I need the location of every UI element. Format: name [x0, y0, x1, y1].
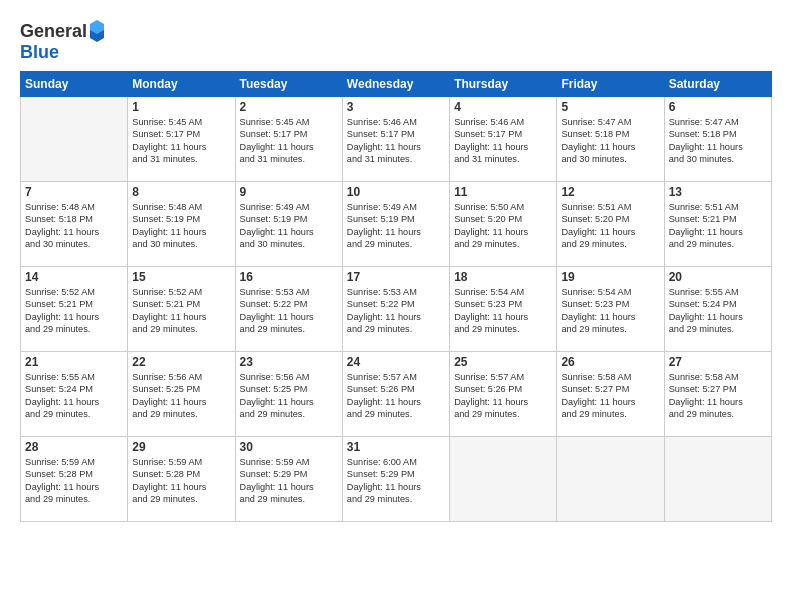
- day-number: 30: [240, 440, 338, 454]
- day-number: 7: [25, 185, 123, 199]
- day-info: Sunrise: 5:58 AMSunset: 5:27 PMDaylight:…: [561, 371, 659, 421]
- day-info: Sunrise: 5:57 AMSunset: 5:26 PMDaylight:…: [454, 371, 552, 421]
- calendar-cell: [664, 437, 771, 522]
- day-info: Sunrise: 5:56 AMSunset: 5:25 PMDaylight:…: [132, 371, 230, 421]
- calendar-week-4: 21Sunrise: 5:55 AMSunset: 5:24 PMDayligh…: [21, 352, 772, 437]
- calendar-cell: 9Sunrise: 5:49 AMSunset: 5:19 PMDaylight…: [235, 182, 342, 267]
- day-number: 14: [25, 270, 123, 284]
- weekday-header-wednesday: Wednesday: [342, 72, 449, 97]
- calendar-cell: [450, 437, 557, 522]
- day-info: Sunrise: 5:53 AMSunset: 5:22 PMDaylight:…: [347, 286, 445, 336]
- day-info: Sunrise: 5:59 AMSunset: 5:29 PMDaylight:…: [240, 456, 338, 506]
- day-number: 3: [347, 100, 445, 114]
- calendar-cell: 23Sunrise: 5:56 AMSunset: 5:25 PMDayligh…: [235, 352, 342, 437]
- calendar-cell: 12Sunrise: 5:51 AMSunset: 5:20 PMDayligh…: [557, 182, 664, 267]
- day-info: Sunrise: 5:45 AMSunset: 5:17 PMDaylight:…: [132, 116, 230, 166]
- calendar-cell: 25Sunrise: 5:57 AMSunset: 5:26 PMDayligh…: [450, 352, 557, 437]
- calendar-cell: 18Sunrise: 5:54 AMSunset: 5:23 PMDayligh…: [450, 267, 557, 352]
- day-info: Sunrise: 5:52 AMSunset: 5:21 PMDaylight:…: [25, 286, 123, 336]
- calendar-cell: 30Sunrise: 5:59 AMSunset: 5:29 PMDayligh…: [235, 437, 342, 522]
- calendar-cell: 24Sunrise: 5:57 AMSunset: 5:26 PMDayligh…: [342, 352, 449, 437]
- day-number: 29: [132, 440, 230, 454]
- day-number: 10: [347, 185, 445, 199]
- calendar: SundayMondayTuesdayWednesdayThursdayFrid…: [20, 71, 772, 522]
- calendar-cell: 31Sunrise: 6:00 AMSunset: 5:29 PMDayligh…: [342, 437, 449, 522]
- calendar-week-5: 28Sunrise: 5:59 AMSunset: 5:28 PMDayligh…: [21, 437, 772, 522]
- day-number: 28: [25, 440, 123, 454]
- day-number: 8: [132, 185, 230, 199]
- calendar-cell: 21Sunrise: 5:55 AMSunset: 5:24 PMDayligh…: [21, 352, 128, 437]
- day-info: Sunrise: 5:47 AMSunset: 5:18 PMDaylight:…: [561, 116, 659, 166]
- day-number: 21: [25, 355, 123, 369]
- day-number: 1: [132, 100, 230, 114]
- day-info: Sunrise: 5:54 AMSunset: 5:23 PMDaylight:…: [454, 286, 552, 336]
- day-info: Sunrise: 5:48 AMSunset: 5:19 PMDaylight:…: [132, 201, 230, 251]
- day-info: Sunrise: 5:56 AMSunset: 5:25 PMDaylight:…: [240, 371, 338, 421]
- day-info: Sunrise: 5:59 AMSunset: 5:28 PMDaylight:…: [25, 456, 123, 506]
- day-number: 9: [240, 185, 338, 199]
- calendar-cell: 11Sunrise: 5:50 AMSunset: 5:20 PMDayligh…: [450, 182, 557, 267]
- day-info: Sunrise: 5:54 AMSunset: 5:23 PMDaylight:…: [561, 286, 659, 336]
- day-info: Sunrise: 5:51 AMSunset: 5:21 PMDaylight:…: [669, 201, 767, 251]
- calendar-cell: 17Sunrise: 5:53 AMSunset: 5:22 PMDayligh…: [342, 267, 449, 352]
- day-number: 17: [347, 270, 445, 284]
- day-number: 27: [669, 355, 767, 369]
- day-number: 31: [347, 440, 445, 454]
- day-number: 26: [561, 355, 659, 369]
- calendar-cell: 7Sunrise: 5:48 AMSunset: 5:18 PMDaylight…: [21, 182, 128, 267]
- calendar-week-1: 1Sunrise: 5:45 AMSunset: 5:17 PMDaylight…: [21, 97, 772, 182]
- day-number: 25: [454, 355, 552, 369]
- calendar-cell: 20Sunrise: 5:55 AMSunset: 5:24 PMDayligh…: [664, 267, 771, 352]
- calendar-cell: 26Sunrise: 5:58 AMSunset: 5:27 PMDayligh…: [557, 352, 664, 437]
- logo-blue-text: Blue: [20, 42, 106, 63]
- calendar-cell: [21, 97, 128, 182]
- day-number: 13: [669, 185, 767, 199]
- weekday-header-thursday: Thursday: [450, 72, 557, 97]
- logo-general-text: General: [20, 21, 87, 42]
- day-info: Sunrise: 5:48 AMSunset: 5:18 PMDaylight:…: [25, 201, 123, 251]
- day-info: Sunrise: 5:49 AMSunset: 5:19 PMDaylight:…: [240, 201, 338, 251]
- day-number: 24: [347, 355, 445, 369]
- day-number: 12: [561, 185, 659, 199]
- weekday-header-saturday: Saturday: [664, 72, 771, 97]
- logo-icon: [88, 20, 106, 42]
- day-number: 5: [561, 100, 659, 114]
- weekday-header-monday: Monday: [128, 72, 235, 97]
- day-info: Sunrise: 5:57 AMSunset: 5:26 PMDaylight:…: [347, 371, 445, 421]
- day-info: Sunrise: 5:50 AMSunset: 5:20 PMDaylight:…: [454, 201, 552, 251]
- calendar-cell: 10Sunrise: 5:49 AMSunset: 5:19 PMDayligh…: [342, 182, 449, 267]
- calendar-week-2: 7Sunrise: 5:48 AMSunset: 5:18 PMDaylight…: [21, 182, 772, 267]
- calendar-cell: 2Sunrise: 5:45 AMSunset: 5:17 PMDaylight…: [235, 97, 342, 182]
- calendar-cell: 27Sunrise: 5:58 AMSunset: 5:27 PMDayligh…: [664, 352, 771, 437]
- calendar-cell: 1Sunrise: 5:45 AMSunset: 5:17 PMDaylight…: [128, 97, 235, 182]
- day-number: 19: [561, 270, 659, 284]
- weekday-header-tuesday: Tuesday: [235, 72, 342, 97]
- logo: General Blue: [20, 20, 106, 63]
- day-number: 4: [454, 100, 552, 114]
- page: General Blue SundayMondayTuesdayWednesda…: [0, 0, 792, 612]
- calendar-cell: 5Sunrise: 5:47 AMSunset: 5:18 PMDaylight…: [557, 97, 664, 182]
- calendar-cell: 16Sunrise: 5:53 AMSunset: 5:22 PMDayligh…: [235, 267, 342, 352]
- calendar-cell: 15Sunrise: 5:52 AMSunset: 5:21 PMDayligh…: [128, 267, 235, 352]
- calendar-cell: 6Sunrise: 5:47 AMSunset: 5:18 PMDaylight…: [664, 97, 771, 182]
- day-info: Sunrise: 5:45 AMSunset: 5:17 PMDaylight:…: [240, 116, 338, 166]
- day-info: Sunrise: 5:47 AMSunset: 5:18 PMDaylight:…: [669, 116, 767, 166]
- day-number: 23: [240, 355, 338, 369]
- day-info: Sunrise: 5:51 AMSunset: 5:20 PMDaylight:…: [561, 201, 659, 251]
- day-info: Sunrise: 5:46 AMSunset: 5:17 PMDaylight:…: [454, 116, 552, 166]
- day-info: Sunrise: 5:52 AMSunset: 5:21 PMDaylight:…: [132, 286, 230, 336]
- day-number: 15: [132, 270, 230, 284]
- calendar-week-3: 14Sunrise: 5:52 AMSunset: 5:21 PMDayligh…: [21, 267, 772, 352]
- calendar-cell: 19Sunrise: 5:54 AMSunset: 5:23 PMDayligh…: [557, 267, 664, 352]
- calendar-cell: 29Sunrise: 5:59 AMSunset: 5:28 PMDayligh…: [128, 437, 235, 522]
- calendar-cell: 13Sunrise: 5:51 AMSunset: 5:21 PMDayligh…: [664, 182, 771, 267]
- calendar-cell: 3Sunrise: 5:46 AMSunset: 5:17 PMDaylight…: [342, 97, 449, 182]
- calendar-cell: [557, 437, 664, 522]
- calendar-cell: 22Sunrise: 5:56 AMSunset: 5:25 PMDayligh…: [128, 352, 235, 437]
- calendar-cell: 28Sunrise: 5:59 AMSunset: 5:28 PMDayligh…: [21, 437, 128, 522]
- day-number: 11: [454, 185, 552, 199]
- day-number: 18: [454, 270, 552, 284]
- day-number: 6: [669, 100, 767, 114]
- day-number: 20: [669, 270, 767, 284]
- weekday-header-friday: Friday: [557, 72, 664, 97]
